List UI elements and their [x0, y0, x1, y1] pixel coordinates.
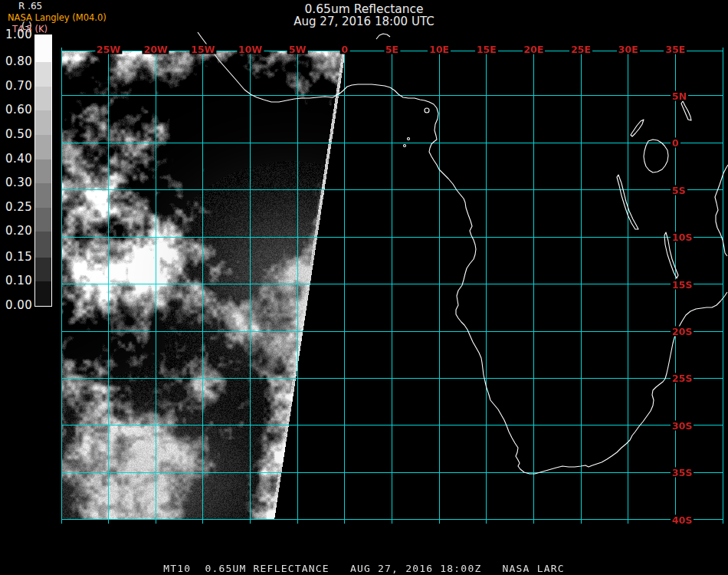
coastline: [198, 32, 727, 474]
coastline: [715, 165, 728, 256]
latitude-label: 0: [671, 138, 680, 148]
island-outline: [408, 138, 410, 140]
lake-outline: [617, 175, 638, 229]
satellite-reflectance-map: 0.65um Reflectance Aug 27, 2016 18:00 UT…: [0, 0, 728, 575]
latitude-label: 5N: [671, 90, 688, 100]
latitude-label: 15S: [671, 279, 694, 289]
latitude-label: 25S: [671, 373, 694, 383]
island-outline: [404, 145, 406, 147]
footer-caption: MT10 0.65UM REFLECTANCE AUG 27, 2016 18:…: [0, 563, 728, 574]
longitude-label: 20W: [143, 44, 169, 54]
latitude-label: 20S: [671, 327, 694, 337]
latitude-label: 40S: [671, 514, 694, 524]
longitude-label: 0: [340, 44, 350, 54]
map-grid-and-coastlines: [0, 0, 728, 575]
longitude-label: 5W: [287, 44, 308, 54]
longitude-label: 10E: [428, 44, 451, 54]
longitude-label: 15E: [475, 44, 498, 54]
longitude-label: 25W: [95, 44, 122, 54]
longitude-label: 15W: [189, 44, 216, 54]
lake-outline: [631, 120, 644, 136]
longitude-label: 20E: [523, 44, 546, 54]
latitude-label: 5S: [671, 185, 687, 195]
longitude-label: 10W: [237, 44, 264, 54]
longitude-label: 25E: [569, 44, 592, 54]
coastline: [376, 34, 390, 39]
longitude-label: 5E: [384, 44, 400, 54]
latitude-label: 35S: [671, 468, 694, 478]
latitude-label: 30S: [671, 420, 694, 430]
longitude-label: 35E: [664, 44, 687, 54]
longitude-label: 30E: [617, 44, 640, 54]
latitude-label: 10S: [671, 232, 694, 242]
lake-outline: [681, 101, 691, 120]
island-outline: [425, 108, 429, 113]
lake-outline: [644, 140, 668, 172]
